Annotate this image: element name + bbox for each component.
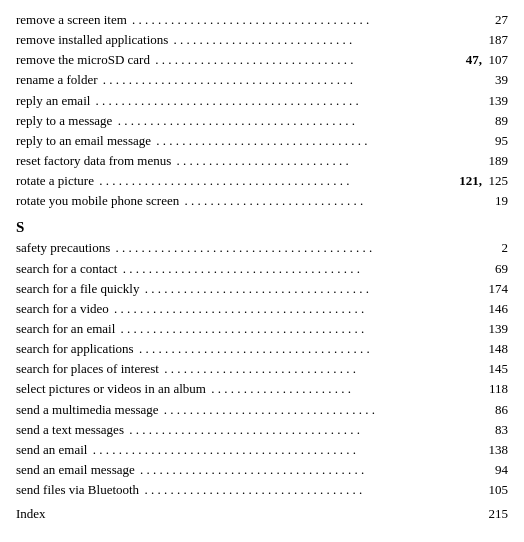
entry-dots: . . . . . . . . . . . . . . . . . . . . … [112, 238, 499, 258]
entry-page: 118 [489, 379, 508, 399]
list-item: search for an email . . . . . . . . . . … [16, 319, 508, 339]
entry-term: search for a contact [16, 259, 117, 279]
entry-term: remove the microSD card [16, 50, 150, 70]
entry-dots: . . . . . . . . . . . . . . . . . . . . … [111, 299, 487, 319]
entry-page: 86 [495, 400, 508, 420]
entry-term: reply to a message [16, 111, 112, 131]
entry-term: remove installed applications [16, 30, 168, 50]
list-item: select pictures or videos in an album . … [16, 379, 508, 399]
entry-page: 145 [489, 359, 509, 379]
entry-page: 47, 107 [466, 50, 508, 70]
entry-page: 19 [495, 191, 508, 211]
entry-dots: . . . . . . . . . . . . . . . . . . . . … [136, 339, 487, 359]
entry-page: 2 [502, 238, 509, 258]
entry-term: search for a file quickly [16, 279, 139, 299]
entry-dots: . . . . . . . . . . . . . . . . . . . . … [119, 259, 493, 279]
list-item: rotate you mobile phone screen . . . . .… [16, 191, 508, 211]
entry-dots: . . . . . . . . . . . . . . . . . . . . … [129, 10, 493, 30]
entry-dots: . . . . . . . . . . . . . . . . . . . . … [92, 91, 486, 111]
entry-term: safety precautions [16, 238, 110, 258]
footer-label: Index [16, 506, 46, 522]
entry-page: 146 [489, 299, 509, 319]
entry-page: 189 [489, 151, 509, 171]
list-item: search for applications . . . . . . . . … [16, 339, 508, 359]
list-item: send a text messages . . . . . . . . . .… [16, 420, 508, 440]
index-page: remove a screen item . . . . . . . . . .… [16, 10, 508, 522]
entry-page: 139 [489, 91, 509, 111]
entry-dots: . . . . . . . . . . . . . . . . . . . . … [161, 400, 493, 420]
list-item: remove the microSD card . . . . . . . . … [16, 50, 508, 70]
entry-term: reset factory data from menus [16, 151, 171, 171]
entry-page: 94 [495, 460, 508, 480]
entry-dots: . . . . . . . . . . . . . . . . . . . . … [114, 111, 493, 131]
entry-term: search for applications [16, 339, 134, 359]
entry-term: rotate a picture [16, 171, 94, 191]
list-item: safety precautions . . . . . . . . . . .… [16, 238, 508, 258]
entry-term: rotate you mobile phone screen [16, 191, 179, 211]
entry-term: send an email [16, 440, 87, 460]
entry-dots: . . . . . . . . . . . . . . . . . . . . … [96, 171, 457, 191]
entry-page: 69 [495, 259, 508, 279]
entry-dots: . . . . . . . . . . . . . . . . . . . . … [181, 191, 493, 211]
entry-page: 105 [489, 480, 509, 500]
entry-dots: . . . . . . . . . . . . . . . . . . . . … [117, 319, 486, 339]
list-item: send an email message . . . . . . . . . … [16, 460, 508, 480]
entry-page: 95 [495, 131, 508, 151]
entry-dots: . . . . . . . . . . . . . . . . . . . . … [126, 420, 493, 440]
entry-dots: . . . . . . . . . . . . . . . . . . . . … [170, 30, 486, 50]
r-entries-list: remove a screen item . . . . . . . . . .… [16, 10, 508, 211]
list-item: send files via Bluetooth . . . . . . . .… [16, 480, 508, 500]
section-header-s: S [16, 219, 508, 236]
entry-term: select pictures or videos in an album [16, 379, 206, 399]
entry-term: remove a screen item [16, 10, 127, 30]
list-item: search for places of interest . . . . . … [16, 359, 508, 379]
s-entries-list: safety precautions . . . . . . . . . . .… [16, 238, 508, 500]
entry-page: 139 [489, 319, 509, 339]
entry-dots: . . . . . . . . . . . . . . . . . . . . … [208, 379, 487, 399]
list-item: send a multimedia message . . . . . . . … [16, 400, 508, 420]
entry-page: 27 [495, 10, 508, 30]
list-item: rotate a picture . . . . . . . . . . . .… [16, 171, 508, 191]
entry-page: 138 [489, 440, 509, 460]
entry-term: send an email message [16, 460, 135, 480]
entry-dots: . . . . . . . . . . . . . . . . . . . . … [153, 131, 493, 151]
entry-dots: . . . . . . . . . . . . . . . . . . . . … [152, 50, 464, 70]
entry-page: 89 [495, 111, 508, 131]
entry-page: 148 [489, 339, 509, 359]
entry-page: 121, 125 [459, 171, 508, 191]
list-item: reply to an email message . . . . . . . … [16, 131, 508, 151]
entry-term: rename a folder [16, 70, 98, 90]
entry-term: send a multimedia message [16, 400, 159, 420]
list-item: search for a file quickly . . . . . . . … [16, 279, 508, 299]
entry-dots: . . . . . . . . . . . . . . . . . . . . … [89, 440, 486, 460]
entry-dots: . . . . . . . . . . . . . . . . . . . . … [161, 359, 487, 379]
entry-term: search for a video [16, 299, 109, 319]
entry-term: reply to an email message [16, 131, 151, 151]
entry-page: 83 [495, 420, 508, 440]
entry-dots: . . . . . . . . . . . . . . . . . . . . … [100, 70, 493, 90]
entry-term: send files via Bluetooth [16, 480, 139, 500]
page-footer: Index 215 [16, 506, 508, 522]
list-item: send an email . . . . . . . . . . . . . … [16, 440, 508, 460]
entry-page: 174 [489, 279, 509, 299]
list-item: remove a screen item . . . . . . . . . .… [16, 10, 508, 30]
list-item: remove installed applications . . . . . … [16, 30, 508, 50]
entry-term: search for an email [16, 319, 115, 339]
entry-term: send a text messages [16, 420, 124, 440]
list-item: rename a folder . . . . . . . . . . . . … [16, 70, 508, 90]
list-item: search for a contact . . . . . . . . . .… [16, 259, 508, 279]
entry-page: 187 [489, 30, 509, 50]
entry-dots: . . . . . . . . . . . . . . . . . . . . … [173, 151, 486, 171]
entry-term: reply an email [16, 91, 90, 111]
list-item: reply to a message . . . . . . . . . . .… [16, 111, 508, 131]
list-item: reset factory data from menus . . . . . … [16, 151, 508, 171]
list-item: search for a video . . . . . . . . . . .… [16, 299, 508, 319]
entry-dots: . . . . . . . . . . . . . . . . . . . . … [141, 279, 486, 299]
entry-page: 39 [495, 70, 508, 90]
list-item: reply an email . . . . . . . . . . . . .… [16, 91, 508, 111]
footer-page-number: 215 [489, 506, 509, 522]
entry-dots: . . . . . . . . . . . . . . . . . . . . … [141, 480, 486, 500]
entry-term: search for places of interest [16, 359, 159, 379]
entry-dots: . . . . . . . . . . . . . . . . . . . . … [137, 460, 493, 480]
